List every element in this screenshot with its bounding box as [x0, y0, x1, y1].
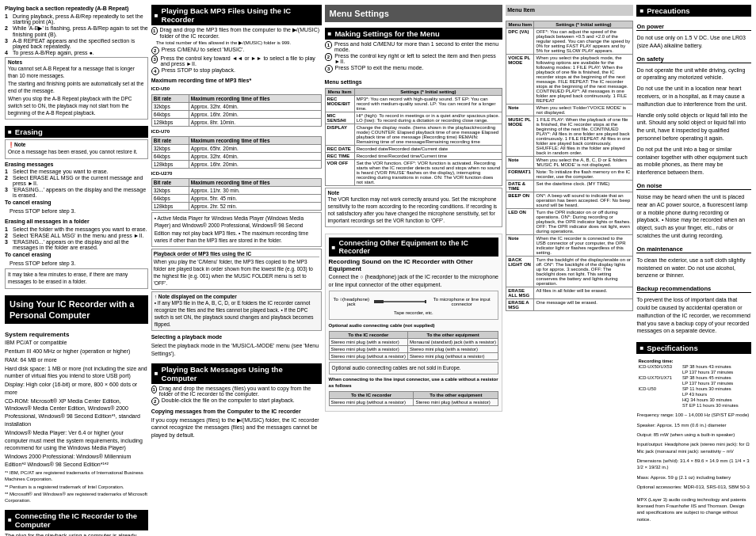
on-power-title: On power	[636, 23, 751, 31]
menu-settings-table: Menu Item Settings (* Initial setting) R…	[325, 88, 503, 186]
ms-step-2: 2 Press the control key right or left to…	[325, 53, 503, 64]
on-maintenance-text: To clean the exterior, use a soft cloth …	[636, 257, 751, 279]
menu-row-rec-date: REC DATE Recorded date/Recorded date/Cur…	[325, 146, 502, 153]
erase-top-note: ❗Note Once a message has been erased, yo…	[5, 139, 148, 158]
making-settings-section: Making Settings for the Menu 1 Press and…	[325, 28, 503, 74]
spec-dimensions: Dimensions (w/h/d): 31.4 × 89.6 × 14.9 m…	[636, 458, 751, 471]
icd-u50-header: ICD-U50	[151, 86, 322, 92]
cable-row-1: Stereo mini plug (with a resistor) Monau…	[329, 338, 498, 345]
using-computer-title: Using Your IC Recorder with a Personal C…	[10, 298, 143, 321]
icd-u270-table: Bit rate Maximum recording time of files…	[151, 178, 322, 211]
spec-input-output: Input/output: Headphone jack (stereo min…	[636, 441, 751, 454]
erase-folder-step-2: 2 Select 'ERASE ALL MSG' in the menu and…	[5, 233, 148, 238]
diagram-right: To microphone or line input connector	[428, 297, 495, 306]
mp3-step-3: 3 Press the control key toward ◄◄ or ►► …	[151, 55, 322, 67]
beep-row: BEEP ON ON*: A beep will sound to indica…	[506, 192, 633, 208]
table-row: 64kbps Approx. 32hr. 40min.	[151, 152, 321, 160]
table-row: 128kbps Approx. 2hr. 52 min.	[151, 203, 321, 211]
erase-step-1: 1 Select the message you want to erase.	[5, 169, 148, 174]
mp3-notes: • Active Media Player for Windows Media …	[151, 212, 322, 246]
spec-note: MPX (Layer 3) audio coding technology an…	[636, 496, 751, 523]
erasing-section: Erasing ❗Note Once a message has been er…	[5, 126, 148, 290]
playing-mp3-section: Playing Back MP3 Files Using the IC Reco…	[151, 5, 322, 359]
icd-u70-table: Bit rate Maximum recording time of files…	[151, 136, 322, 169]
line-row-1: Stereo mini plug (without a resistor) St…	[329, 398, 498, 405]
playing-messages-section: Playing Back Messages Using the Computer…	[151, 363, 322, 440]
menu-settings-label: Menu settings	[325, 78, 503, 86]
icd-u70-header: ICD-U70	[151, 128, 322, 135]
spec-ux70-lp-row: LP 137 hours 37 minutes	[636, 380, 751, 386]
mp3-section-title: Playing Back MP3 Files Using the IC Reco…	[151, 5, 322, 25]
table-row: 64kbps Approx. 5hr. 45 min.	[151, 195, 321, 203]
spec-mass: Mass: Approx. 59 g (2.1 oz) including ba…	[636, 474, 751, 481]
erase-folder-title: Erasing all messages in a folder	[5, 218, 148, 226]
icd-u50-table: Bit rate Maximum recording time of files…	[151, 94, 322, 127]
column-1: Playing back a section repeatedly (A-B R…	[5, 5, 148, 536]
table-row: 128kbps Approx. 16hr. 20min.	[151, 160, 321, 168]
mp3-step-1: 1 Drag and drop the MP3 files from the c…	[151, 27, 322, 39]
cable-row-2: Stereo mini plug (with a resistor) Stere…	[329, 345, 498, 352]
on-power-text: Do not use only on 1.5 V DC. Use one LR0…	[636, 34, 751, 50]
spec-accessories: Optional accessories: MDR-013, SRS-013, …	[636, 484, 751, 490]
cable-note: Optional audio connecting cables are not…	[329, 362, 499, 374]
backup-title: Backup recommendations	[636, 285, 751, 293]
erase-a-row: ERASE A MSG One message will be erased.	[506, 298, 633, 310]
erase-all-row: ERASE ALL MSG All files in all folder wi…	[506, 287, 633, 298]
using-computer-header: Using Your IC Recorder with a Personal C…	[5, 295, 148, 325]
icd-u270-header: ICD-U270	[151, 170, 322, 177]
making-settings-title: Making Settings for the Menu	[325, 28, 503, 40]
connecting-computer-section: Connecting the IC Recorder to the Comput…	[5, 510, 148, 536]
date-time-row: DATE & TIME Set the date/time clock. (MY…	[506, 180, 633, 192]
erase-msg-title: Erasing messages	[5, 161, 148, 169]
connecting-note-top: The plug for the playback using a comput…	[5, 532, 148, 536]
table-row: 32kbps Approx. 65hr. 20min.	[151, 144, 321, 152]
note-voice-row: Note When you select 'Folder'/'VOICE MOD…	[506, 104, 633, 116]
cancel-folder-text: Press STOP before step 3.	[5, 260, 148, 268]
ab-notes: Notes You cannot set A-B Repeat for a me…	[5, 57, 148, 120]
max-time-title: Maximum recording time of MP3 files*	[151, 77, 322, 85]
pm-step-1: 1 Drag and drop the messages (files) you…	[151, 386, 322, 397]
display-note: ↑ Note displayed on the computer • If an…	[151, 291, 322, 331]
select-mode-text: Select the playback mode in the 'MUSIC/L…	[151, 342, 322, 358]
line-input-table: To the IC recorder To the other equipmen…	[329, 391, 499, 406]
spec-frequency: Frequency range: 100 – 14,000 Hz (SP/ST …	[636, 412, 751, 418]
table-row: 32kbps Approx. 11hr. 30 min.	[151, 187, 321, 195]
spec-recording-row: Recording time:	[636, 358, 751, 363]
music-mode-row: MUSIC PL MODE 1 FILE PLAY: When the play…	[506, 116, 633, 156]
mp3-step-2: 2 Press C/MENU to select 'MUSIC'.	[151, 47, 322, 55]
connecting-other-section: Connecting Other Equipment to the IC Rec…	[325, 234, 503, 411]
spec-output: Output: 85 mW (when using a built-in spe…	[636, 431, 751, 438]
ab-step-3: 3 A-B REPEAT appears and the specified s…	[5, 38, 148, 49]
ms-step-3: 3 Press STOP to exit the menu mode.	[325, 65, 503, 73]
erase-folder-step-1: 1 Select the folder with the messages yo…	[5, 226, 148, 232]
column-4: Menu Item Menu Item Settings (* Initial …	[506, 5, 633, 536]
backup-text: To prevent the loss of important data th…	[636, 296, 751, 335]
recording-other-title: Recording Sound on the IC Recorder with …	[329, 258, 499, 272]
cancel-folder-title: To cancel erasing	[5, 251, 148, 259]
spec-ux50-lp-row: LP 137 hours 37 minutes	[636, 369, 751, 374]
connecting-computer-title: Connecting the IC Recorder to the Comput…	[5, 510, 148, 530]
ab-repeat-section: Playing back a section repeatedly (A-B R…	[5, 5, 148, 121]
table-row: 128kbps Approx. 8hr. 10min.	[151, 118, 321, 126]
cancel-erase-title: To cancel erasing	[5, 199, 148, 207]
backlight-row: BACK LIGHT ON Turn the backlight of the …	[506, 256, 633, 287]
vor-note: Note The VOR function may not work corre…	[325, 188, 503, 227]
menu-row-rec-time: REC TIME Recorded time/Recorded time/Cur…	[325, 153, 502, 160]
connector-svg	[372, 294, 426, 310]
on-noise-title: On noise	[636, 182, 751, 190]
pm-step-2: 2 Double-click the file on the computer …	[151, 397, 322, 405]
svg-rect-2	[425, 300, 426, 303]
connecting-other-title: Connecting Other Equipment to the IC Rec…	[329, 238, 499, 257]
voice-mode-row: VOICE PL MODE When you select the playba…	[506, 54, 633, 104]
spec-speaker: Speaker: Approx. 15 mm (0.6 in.) diamete…	[636, 422, 751, 428]
cable-row-3: Stereo mini plug (without a resistor) St…	[329, 352, 498, 359]
spec-u70-step-row: ST EP 11 hours 30 minutes	[636, 402, 751, 408]
table-row: 32kbps Approx. 32hr. 40min.	[151, 102, 321, 110]
specs-table: Recording time: ICD-UX50/UX53 SP 38 hour…	[636, 358, 751, 408]
system-requirements-section: System requirements IBM PC/AT or compati…	[5, 329, 148, 505]
ab-step-2: 2 While 'A-B▶' is flashing, press A-B/Re…	[5, 25, 148, 37]
menu-row-vor: VOR OFF Set the VOR function. OFF*: VOR …	[325, 160, 502, 186]
menu-settings-section: Menu settings Menu Item Settings (* Init…	[325, 78, 503, 229]
line-input-title: When connecting to the line input connec…	[329, 376, 499, 390]
dpc-row: DPC (VA) OFF*: You can adjust the speed …	[506, 28, 633, 54]
